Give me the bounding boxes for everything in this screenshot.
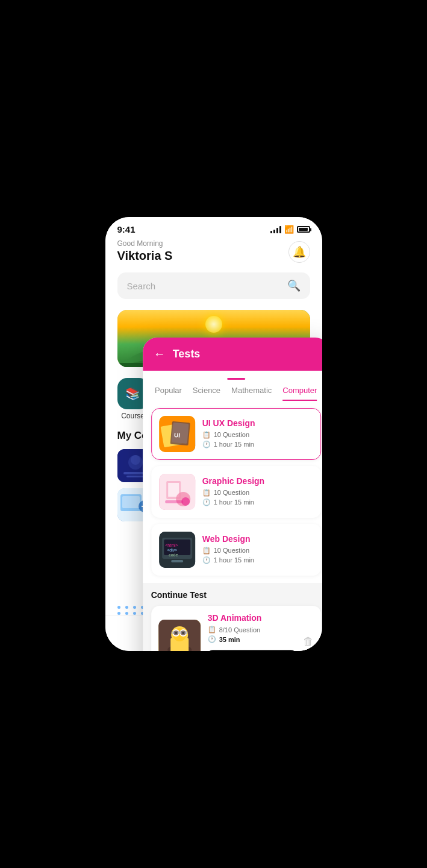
list-icon-4: 📋: [208, 626, 216, 634]
test-questions-graphic: 10 Question: [214, 489, 249, 496]
continue-title: Continue Test: [151, 590, 321, 600]
filter-tabs: Popular Science Mathematic Computer: [152, 386, 320, 401]
modal-header: ← Tests: [143, 338, 322, 371]
test-meta-questions-graphic: 📋 10 Question: [202, 489, 313, 497]
test-duration-ui-ux: 1 hour 15 min: [214, 441, 254, 448]
status-bar: 9:41 📶: [105, 217, 322, 239]
course-label: Course: [121, 412, 145, 420]
username-text: Viktoria S: [117, 249, 173, 263]
continue-section: Continue Test: [143, 583, 322, 651]
filter-computer[interactable]: Computer: [282, 386, 317, 401]
continue-progress: 8/10 Question: [219, 626, 261, 634]
test-info-ui-ux: UI UX Design 📋 10 Question 🕐 1 hour 15 m…: [202, 418, 313, 450]
test-name-web: Web Design: [202, 534, 313, 544]
test-info-graphic: Graphic Design 📋 10 Question 🕐 1 hour 15…: [202, 476, 313, 508]
signal-icon: [270, 226, 281, 233]
continue-card[interactable]: 3D Animation 📋 8/10 Question 🕐 35 min Co…: [151, 606, 321, 651]
svg-text:<html>: <html>: [165, 543, 178, 547]
test-thumb-web: <html> <div> code: [159, 532, 195, 568]
tests-modal: ← Tests Popular Science Mathematic Compu…: [143, 338, 322, 651]
list-icon: 📋: [202, 431, 211, 439]
test-card-web[interactable]: <html> <div> code Web Design 📋 10 Questi…: [151, 524, 321, 576]
user-greeting: Good Morning Viktoria S: [117, 239, 173, 263]
filter-mathematic[interactable]: Mathematic: [231, 386, 272, 401]
filter-indicator: [227, 378, 245, 380]
continue-quiz-button[interactable]: Continue Quiz: [208, 650, 296, 651]
continue-questions: 📋 8/10 Question: [208, 626, 296, 634]
filter-popular[interactable]: Popular: [155, 386, 182, 401]
test-thumb-graphic: [159, 474, 195, 510]
greeting-text: Good Morning: [117, 239, 173, 248]
wifi-icon: 📶: [284, 225, 294, 234]
svg-rect-8: [122, 496, 140, 508]
svg-rect-29: [171, 560, 183, 562]
test-questions-ui-ux: 10 Question: [214, 431, 249, 438]
clock-icon-4: 🕐: [208, 635, 216, 643]
svg-rect-22: [165, 500, 183, 503]
dot: [125, 606, 128, 609]
list-icon-3: 📋: [202, 547, 211, 555]
test-duration-web: 1 hour 15 min: [214, 556, 254, 564]
svg-rect-5: [126, 476, 145, 477]
svg-text:UI: UI: [173, 432, 180, 439]
search-placeholder: Search: [127, 281, 156, 291]
test-info-web: Web Design 📋 10 Question 🕐 1 hour 15 min: [202, 534, 313, 566]
svg-rect-41: [171, 631, 188, 634]
test-meta-time-web: 🕐 1 hour 15 min: [202, 556, 313, 564]
svg-text:code: code: [169, 553, 178, 557]
test-meta-time-ui-ux: 🕐 1 hour 15 min: [202, 441, 313, 448]
back-button[interactable]: ←: [154, 347, 166, 361]
header-row: Good Morning Viktoria S 🔔: [117, 239, 310, 263]
test-meta-questions-ui-ux: 📋 10 Question: [202, 431, 313, 439]
clock-icon-3: 🕐: [202, 556, 211, 564]
svg-text:<div>: <div>: [167, 548, 177, 552]
list-icon-2: 📋: [202, 489, 211, 497]
test-questions-web: 10 Question: [214, 547, 249, 554]
svg-rect-19: [168, 483, 179, 497]
modal-title: Tests: [173, 348, 201, 360]
test-name-ui-ux: UI UX Design: [202, 418, 313, 428]
continue-name: 3D Animation: [208, 613, 296, 623]
dot: [117, 606, 120, 609]
filter-science[interactable]: Science: [193, 386, 220, 401]
clock-icon-2: 🕐: [202, 498, 211, 506]
test-card-ui-ux[interactable]: UI UI UX Design 📋 10 Question 🕐 1 hour 1…: [151, 408, 321, 460]
notification-button[interactable]: 🔔: [288, 241, 310, 263]
dot: [133, 606, 136, 609]
search-icon[interactable]: 🔍: [287, 279, 301, 292]
test-name-graphic: Graphic Design: [202, 476, 313, 486]
search-bar[interactable]: Search 🔍: [117, 272, 310, 299]
filter-row: Popular Science Mathematic Computer: [143, 371, 322, 401]
status-time: 9:41: [117, 224, 136, 234]
delete-button[interactable]: 🗑: [303, 635, 314, 648]
test-card-graphic[interactable]: Graphic Design 📋 10 Question 🕐 1 hour 15…: [151, 466, 321, 518]
clock-icon: 🕐: [202, 441, 211, 448]
test-meta-time-graphic: 🕐 1 hour 15 min: [202, 498, 313, 506]
continue-thumb: [158, 620, 201, 652]
test-thumb-ui-ux: UI: [159, 416, 195, 452]
continue-info: 3D Animation 📋 8/10 Question 🕐 35 min Co…: [208, 613, 296, 651]
test-meta-questions-web: 📋 10 Question: [202, 547, 313, 555]
tests-list: UI UI UX Design 📋 10 Question 🕐 1 hour 1…: [143, 401, 322, 583]
svg-point-3: [131, 455, 140, 465]
banner-sun: [205, 316, 222, 333]
status-icons: 📶: [270, 225, 310, 234]
battery-icon: [297, 226, 310, 233]
continue-time-left: 35 min: [219, 636, 240, 643]
test-duration-graphic: 1 hour 15 min: [214, 498, 254, 506]
continue-time: 🕐 35 min: [208, 635, 296, 643]
